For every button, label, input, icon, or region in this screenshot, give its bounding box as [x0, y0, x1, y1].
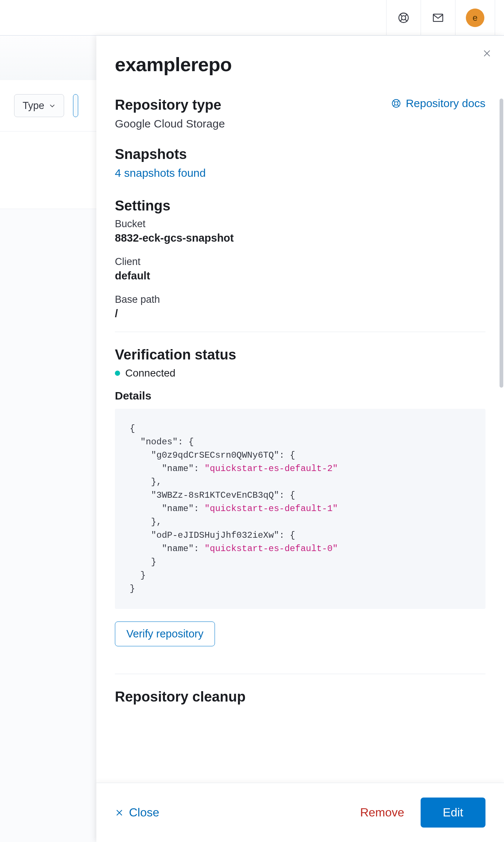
chevron-down-icon	[49, 102, 56, 109]
client-label: Client	[115, 256, 485, 268]
repo-type-heading: Repository type	[115, 97, 221, 113]
status-dot-icon	[115, 371, 120, 376]
basepath-label: Base path	[115, 294, 485, 305]
cleanup-heading: Repository cleanup	[115, 689, 485, 705]
type-filter-label: Type	[23, 100, 44, 112]
repo-title: examplerepo	[115, 53, 485, 76]
close-icon	[115, 808, 124, 817]
help-icon	[391, 98, 401, 109]
snapshots-heading: Snapshots	[115, 146, 485, 162]
close-label: Close	[129, 806, 159, 819]
verification-heading: Verification status	[115, 347, 485, 363]
help-icon[interactable]	[397, 11, 410, 24]
divider	[115, 332, 485, 332]
close-icon[interactable]	[480, 46, 494, 61]
svg-point-1	[401, 16, 405, 20]
basepath-value: /	[115, 308, 485, 320]
flyout-footer: Close Remove Edit	[96, 783, 504, 842]
close-button[interactable]: Close	[115, 806, 159, 819]
divider	[115, 674, 485, 674]
mail-icon[interactable]	[431, 11, 445, 24]
status-text: Connected	[125, 367, 175, 379]
snapshots-found-link[interactable]: 4 snapshots found	[115, 167, 206, 179]
bucket-value: 8832-eck-gcs-snapshot	[115, 232, 485, 244]
verification-status: Connected	[115, 367, 485, 379]
repo-flyout: examplerepo Repository type Repository d…	[96, 36, 504, 842]
verification-code-block: { "nodes": { "g0z9qdCrSECsrn0QWNy6TQ": {…	[115, 409, 485, 609]
top-header: e	[0, 0, 504, 36]
avatar[interactable]: e	[466, 9, 484, 27]
svg-point-8	[394, 102, 398, 105]
verify-repository-button[interactable]: Verify repository	[115, 621, 215, 646]
avatar-initial: e	[472, 13, 477, 23]
repo-docs-label: Repository docs	[406, 97, 485, 110]
settings-heading: Settings	[115, 198, 485, 214]
client-value: default	[115, 270, 485, 282]
bucket-label: Bucket	[115, 218, 485, 230]
details-heading: Details	[115, 389, 485, 402]
repo-docs-link[interactable]: Repository docs	[391, 97, 485, 110]
edit-button[interactable]: Edit	[421, 798, 485, 828]
repo-type-value: Google Cloud Storage	[115, 117, 485, 130]
remove-button[interactable]: Remove	[360, 806, 404, 819]
type-filter-select[interactable]: Type	[14, 94, 64, 117]
